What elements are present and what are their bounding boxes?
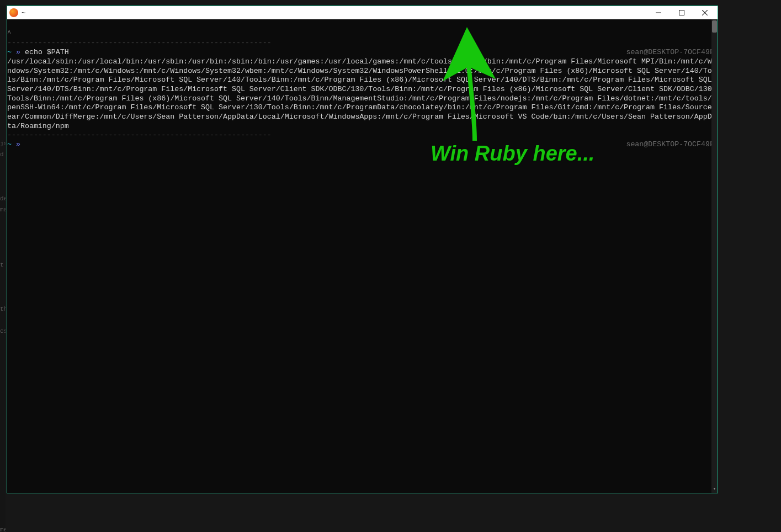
prompt-user-host-2: sean@DESKTOP-7OCF49F	[626, 140, 716, 150]
terminal-scrollbar[interactable]: ▾	[711, 19, 718, 493]
prompt-dir: ~	[7, 48, 12, 56]
maximize-button[interactable]	[670, 6, 693, 19]
scroll-caret-icon: ^	[7, 29, 11, 39]
prompt-dir-2: ~	[7, 140, 12, 148]
window-titlebar[interactable]: ~	[7, 6, 718, 19]
command-text: echo $PATH	[25, 48, 69, 56]
scrollbar-thumb[interactable]	[712, 20, 717, 33]
ubuntu-icon	[9, 8, 18, 17]
prompt-symbol-2: »	[16, 140, 20, 148]
window-title: ~	[22, 9, 25, 17]
terminal-viewport[interactable]: ^ --------------------------------------…	[7, 19, 718, 493]
svg-rect-1	[679, 10, 684, 15]
prompt-user-host: sean@DESKTOP-7OCF49F	[626, 48, 716, 57]
close-button[interactable]	[693, 6, 716, 19]
prompt-symbol: »	[16, 48, 20, 56]
minimize-button[interactable]	[647, 6, 670, 19]
background-window-fragment: js d de ma t th cs me d	[0, 6, 6, 532]
rule-bottom: ----------------------------------------…	[7, 131, 272, 139]
rule-top: ----------------------------------------…	[7, 39, 272, 47]
scrollbar-down-icon[interactable]: ▾	[711, 485, 718, 493]
path-output: /usr/local/sbin:/usr/local/bin:/usr/sbin…	[7, 57, 716, 130]
terminal-window: ~ ^ ------------------------------------…	[7, 6, 718, 493]
